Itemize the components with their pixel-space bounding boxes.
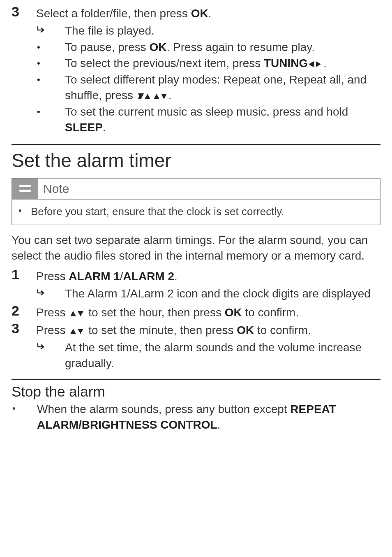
alarm-step-2: 2 Press to set the hour, then press OK t…	[12, 303, 380, 320]
subsection-title: Stop the alarm	[12, 383, 380, 400]
text: .	[174, 270, 178, 283]
bullet-icon: •	[12, 402, 37, 415]
bullet-icon: •	[36, 72, 65, 86]
button-label-alarm1: ALARM 1	[69, 270, 120, 283]
bullet-item: • To pause, press OK. Press again to res…	[36, 39, 380, 55]
button-label-alarm2: ALARM 2	[123, 270, 174, 283]
bullet-text: To pause, press OK. Press again to resum…	[65, 39, 380, 55]
left-right-triangle-icon	[309, 60, 323, 68]
text: .	[168, 89, 172, 102]
result-text: The file is played.	[65, 23, 380, 39]
text: .	[217, 418, 221, 431]
text: to set the hour, then press	[85, 306, 224, 319]
svg-marker-1	[309, 61, 314, 67]
svg-marker-11	[78, 311, 83, 316]
result-arrow-icon	[36, 340, 65, 354]
result-arrow-icon	[36, 286, 65, 300]
alarm-step-3: 3 Press to set the minute, then press OK…	[12, 321, 380, 371]
note-icon	[12, 179, 38, 199]
result-text: At the set time, the alarm sounds and th…	[65, 340, 380, 371]
up-down-triangle-icon	[153, 93, 168, 100]
step-body: Select a folder/file, then press OK. The…	[36, 4, 380, 136]
button-label-ok: OK	[225, 306, 242, 319]
text: .	[208, 7, 212, 20]
svg-marker-6	[154, 94, 159, 99]
step-body: Press to set the minute, then press OK t…	[36, 321, 380, 371]
text: Press	[36, 306, 69, 319]
up-down-triangle-icon	[137, 93, 151, 100]
svg-marker-13	[78, 329, 83, 334]
bullet-icon: •	[18, 204, 31, 217]
bullet-text: To set the current music as sleep music,…	[65, 104, 380, 135]
svg-marker-7	[161, 94, 167, 99]
section-title: Set the alarm timer	[12, 149, 380, 172]
text: Press	[36, 324, 69, 337]
button-label-ok: OK	[149, 41, 166, 53]
text: /	[120, 270, 123, 283]
bullet-icon: •	[36, 56, 65, 70]
result-arrow-icon	[36, 23, 65, 37]
result-item: At the set time, the alarm sounds and th…	[36, 340, 380, 371]
step-3: 3 Select a folder/file, then press OK. T…	[12, 4, 380, 136]
result-item: The file is played.	[36, 23, 380, 39]
text: To pause, press	[65, 41, 149, 53]
result-item: The Alarm 1/ALarm 2 icon and the clock d…	[36, 286, 380, 302]
text: to set the minute, then press	[85, 324, 237, 337]
step-number: 1	[12, 267, 36, 282]
svg-marker-2	[316, 61, 321, 67]
step-number: 3	[12, 321, 36, 336]
note-label: Note	[38, 179, 74, 199]
button-label-ok: OK	[237, 324, 254, 337]
text: Press	[36, 270, 69, 283]
result-text: The Alarm 1/ALarm 2 icon and the clock d…	[65, 286, 380, 302]
bullet-icon: •	[36, 104, 65, 118]
page: 3 Select a folder/file, then press OK. T…	[0, 0, 392, 557]
subsection-divider	[12, 379, 380, 380]
text: When the alarm sounds, press any button …	[37, 403, 290, 415]
text: To select the previous/next item, press	[65, 57, 264, 70]
button-label-sleep: SLEEP	[65, 121, 103, 134]
note-box: Note • Before you start, ensure that the…	[12, 178, 380, 225]
text: .	[323, 57, 327, 70]
bullet-item: • To select the previous/next item, pres…	[36, 56, 380, 71]
step-number: 3	[12, 4, 36, 19]
step-body: Press ALARM 1/ALARM 2. The Alarm 1/ALarm…	[36, 267, 380, 302]
bullet-item: • To set the current music as sleep musi…	[36, 104, 380, 135]
step-number: 2	[12, 303, 36, 318]
text: .	[103, 121, 106, 134]
text: . Press again to resume play.	[166, 41, 315, 53]
svg-rect-9	[19, 190, 31, 192]
sub-list: The file is played. • To pause, press OK…	[36, 23, 380, 135]
svg-rect-8	[19, 185, 31, 187]
up-down-triangle-icon	[69, 310, 84, 317]
note-body: • Before you start, ensure that the cloc…	[12, 200, 380, 225]
bullet-text: To select different play modes: Repeat o…	[65, 72, 380, 103]
button-label-tuning: TUNING	[264, 57, 308, 70]
svg-marker-12	[70, 329, 76, 334]
text: Select a folder/file, then press	[36, 7, 191, 20]
bullet-text: To select the previous/next item, press …	[65, 56, 380, 71]
text: To set the current music as sleep music,…	[65, 105, 348, 118]
bullet-item: • When the alarm sounds, press any butto…	[12, 402, 380, 433]
section-divider	[12, 144, 380, 145]
step-body: Press to set the hour, then press OK to …	[36, 303, 380, 320]
bullet-icon: •	[36, 39, 65, 54]
alarm-step-1: 1 Press ALARM 1/ALARM 2. The Alarm 1/ALa…	[12, 267, 380, 302]
text: To select different play modes: Repeat o…	[65, 73, 367, 102]
svg-marker-10	[70, 311, 76, 316]
intro-paragraph: You can set two separate alarm timings. …	[12, 232, 380, 264]
note-header: Note	[12, 179, 380, 200]
svg-marker-5	[145, 94, 150, 99]
text: to confirm.	[254, 324, 311, 337]
up-down-triangle-icon	[69, 327, 84, 335]
button-label-ok: OK	[191, 7, 208, 20]
text: to confirm.	[242, 306, 299, 319]
bullet-item: • To select different play modes: Repeat…	[36, 72, 380, 103]
bullet-text: When the alarm sounds, press any button …	[37, 402, 380, 433]
note-text: Before you start, ensure that the clock …	[31, 204, 374, 219]
